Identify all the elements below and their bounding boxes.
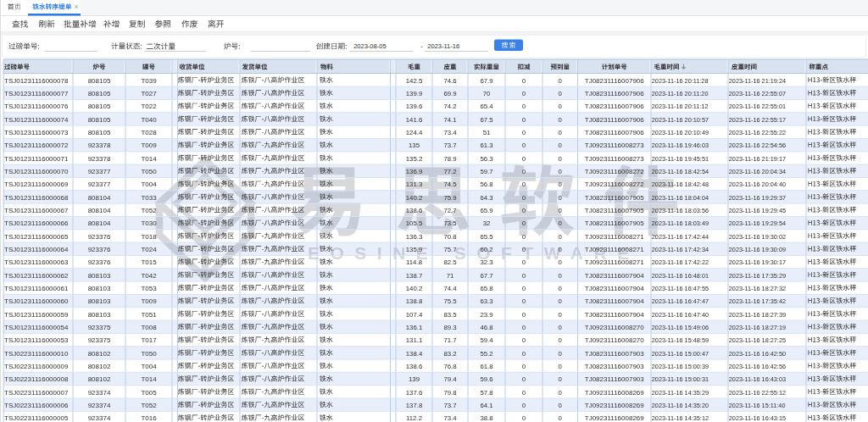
svg-text:808103: 808103 bbox=[88, 285, 111, 292]
svg-text:2023-11-16 20:11:28: 2023-11-16 20:11:28 bbox=[652, 77, 709, 85]
svg-text:2023-11-16 16:42:50: 2023-11-16 16:42:50 bbox=[729, 350, 786, 358]
svg-text:0: 0 bbox=[559, 375, 563, 383]
svg-text:TJ08231116007906: TJ08231116007906 bbox=[585, 103, 645, 110]
svg-text:TSJ01231116000076: TSJ01231116000076 bbox=[4, 103, 69, 110]
svg-text:808105: 808105 bbox=[88, 77, 111, 85]
svg-text:0: 0 bbox=[522, 233, 526, 241]
svg-text:TSJ01231116000054: TSJ01231116000054 bbox=[4, 324, 69, 331]
svg-text:TSJ01231116000062: TSJ01231116000062 bbox=[4, 272, 69, 280]
svg-text:59.7: 59.7 bbox=[480, 168, 492, 175]
svg-text:2023-11-16 18:42:54: 2023-11-16 18:42:54 bbox=[652, 168, 709, 175]
svg-text:2023-11-16 18:03:49: 2023-11-16 18:03:49 bbox=[652, 219, 709, 227]
svg-text:2023-11-16 15:00:31: 2023-11-16 15:00:31 bbox=[652, 375, 709, 383]
svg-text:TSJ01231116000061: TSJ01231116000061 bbox=[4, 285, 69, 292]
svg-text:135: 135 bbox=[409, 142, 420, 149]
svg-text:0: 0 bbox=[522, 168, 526, 175]
svg-text:0: 0 bbox=[559, 324, 563, 331]
svg-text:75.5: 75.5 bbox=[443, 297, 457, 305]
svg-text:0: 0 bbox=[559, 272, 563, 280]
svg-text:136.9: 136.9 bbox=[406, 168, 423, 175]
svg-text:0: 0 bbox=[522, 414, 526, 422]
svg-text:140.2: 140.2 bbox=[406, 285, 423, 292]
svg-text:2023-11-16 18:27:25: 2023-11-16 18:27:25 bbox=[729, 336, 786, 344]
svg-text:79.8: 79.8 bbox=[443, 389, 456, 397]
svg-text:0: 0 bbox=[559, 116, 563, 124]
svg-text:32: 32 bbox=[483, 219, 491, 227]
svg-text:TJ09231116008272: TJ09231116008272 bbox=[585, 168, 645, 175]
svg-text:TJ09231116008271: TJ09231116008271 bbox=[585, 233, 645, 241]
svg-text:114.8: 114.8 bbox=[406, 258, 422, 266]
svg-text:0: 0 bbox=[522, 324, 526, 331]
svg-text:23.9: 23.9 bbox=[480, 311, 492, 319]
svg-text:0: 0 bbox=[559, 285, 563, 292]
svg-text:TJ08231116007905: TJ08231116007905 bbox=[585, 207, 645, 214]
svg-text:TSJ01231116000073: TSJ01231116000073 bbox=[4, 129, 69, 136]
svg-text:TJ08231116007904: TJ08231116007904 bbox=[585, 272, 645, 280]
svg-text:TSJ01231116000065: TSJ01231116000065 bbox=[4, 233, 69, 241]
svg-text:0: 0 bbox=[559, 103, 563, 110]
svg-text:2023-11-16 22:55:12: 2023-11-16 22:55:12 bbox=[729, 389, 786, 397]
svg-text:2023-11-16 22:55:22: 2023-11-16 22:55:22 bbox=[729, 129, 786, 136]
svg-text:0: 0 bbox=[522, 180, 526, 188]
svg-text:2023-11-16: 2023-11-16 bbox=[427, 42, 459, 50]
svg-text:TJ09231116008270: TJ09231116008270 bbox=[585, 336, 645, 344]
svg-text:57.8: 57.8 bbox=[480, 389, 492, 397]
svg-text:82.5: 82.5 bbox=[443, 258, 457, 266]
svg-text:2023-11-16 16:48:01: 2023-11-16 16:48:01 bbox=[652, 272, 709, 280]
svg-text:923375: 923375 bbox=[88, 336, 111, 344]
svg-text:0: 0 bbox=[522, 207, 526, 214]
svg-text:2023-11-16 18:03:56: 2023-11-16 18:03:56 bbox=[652, 207, 709, 214]
svg-text:TJ08231116007906: TJ08231116007906 bbox=[585, 116, 645, 124]
svg-text:56.8: 56.8 bbox=[480, 180, 492, 188]
svg-text:TSJ01231116000064: TSJ01231116000064 bbox=[4, 246, 69, 253]
svg-text:T053: T053 bbox=[141, 285, 157, 292]
svg-text:63.3: 63.3 bbox=[480, 297, 492, 305]
svg-text:2023-11-16 20:04:40: 2023-11-16 20:04:40 bbox=[729, 180, 786, 188]
svg-text:51: 51 bbox=[483, 129, 491, 136]
svg-text:139: 139 bbox=[409, 375, 420, 383]
svg-text:T050: T050 bbox=[141, 168, 157, 175]
svg-text:TJ09231116008269: TJ09231116008269 bbox=[585, 389, 645, 397]
svg-text:137.8: 137.8 bbox=[406, 402, 423, 409]
svg-text:2023-11-16 16:47:47: 2023-11-16 16:47:47 bbox=[652, 297, 709, 305]
svg-text:0: 0 bbox=[559, 311, 563, 319]
svg-text:808102: 808102 bbox=[88, 375, 111, 383]
svg-text:2023-11-16 16:47:55: 2023-11-16 16:47:55 bbox=[652, 285, 709, 292]
svg-text:0: 0 bbox=[522, 375, 526, 383]
svg-text:T015: T015 bbox=[141, 258, 157, 266]
svg-text:137.6: 137.6 bbox=[406, 389, 423, 397]
svg-text:46.8: 46.8 bbox=[480, 324, 492, 331]
svg-text:TSJ01231116000067: TSJ01231116000067 bbox=[4, 207, 69, 214]
svg-text:923376: 923376 bbox=[88, 246, 111, 253]
svg-text:0: 0 bbox=[522, 258, 526, 266]
svg-text:65.5: 65.5 bbox=[480, 233, 493, 241]
svg-text:2023-11-16 21:19:17: 2023-11-16 21:19:17 bbox=[729, 155, 786, 163]
svg-text:TSJ02231116000009: TSJ02231116000009 bbox=[4, 363, 69, 370]
svg-text:139.6: 139.6 bbox=[406, 103, 423, 110]
svg-text:73.7: 73.7 bbox=[443, 402, 456, 409]
svg-text:T017: T017 bbox=[141, 336, 157, 344]
svg-text:2023-11-16 20:04:34: 2023-11-16 20:04:34 bbox=[729, 168, 786, 175]
svg-text:73.4: 73.4 bbox=[443, 129, 457, 136]
svg-text:808105: 808105 bbox=[88, 116, 111, 124]
svg-text:923377: 923377 bbox=[88, 180, 111, 188]
svg-text:2023-11-16 20:11:20: 2023-11-16 20:11:20 bbox=[652, 90, 709, 97]
svg-text:65.4: 65.4 bbox=[480, 103, 493, 110]
svg-text:2023-11-16 18:04:04: 2023-11-16 18:04:04 bbox=[652, 194, 709, 202]
svg-text:2023-11-16 15:49:06: 2023-11-16 15:49:06 bbox=[652, 324, 709, 331]
svg-text:2023-11-16 19:46:03: 2023-11-16 19:46:03 bbox=[652, 142, 709, 149]
svg-text:2023-11-16 19:30:02: 2023-11-16 19:30:02 bbox=[729, 233, 786, 241]
svg-text:×: × bbox=[75, 3, 79, 11]
svg-text:923375: 923375 bbox=[88, 324, 111, 331]
svg-text:T030: T030 bbox=[141, 219, 157, 227]
svg-text:138.8: 138.8 bbox=[406, 297, 423, 305]
svg-text:0: 0 bbox=[522, 285, 526, 292]
svg-text:74.4: 74.4 bbox=[443, 285, 457, 292]
svg-text:2023-11-16 17:35:29: 2023-11-16 17:35:29 bbox=[729, 272, 786, 280]
svg-text:T027: T027 bbox=[141, 90, 157, 97]
svg-text:0: 0 bbox=[522, 90, 526, 97]
svg-text:83.2: 83.2 bbox=[443, 350, 456, 358]
svg-text:808103: 808103 bbox=[88, 311, 111, 319]
svg-text:TJ08231116007906: TJ08231116007906 bbox=[585, 77, 645, 85]
svg-text:808105: 808105 bbox=[88, 129, 111, 136]
